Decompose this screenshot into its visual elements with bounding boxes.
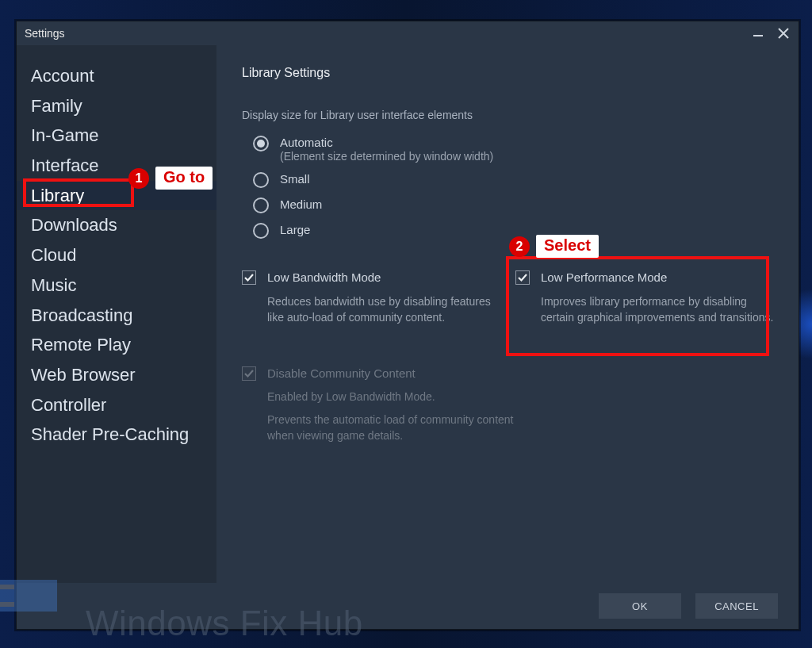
checkmark-icon — [517, 272, 528, 283]
radio-label: Small — [280, 172, 310, 186]
sidebar-item-in-game[interactable]: In-Game — [17, 121, 216, 151]
disable-community-desc: Prevents the automatic load of community… — [267, 412, 537, 443]
minimize-button[interactable] — [751, 26, 765, 40]
checkbox-icon — [515, 270, 530, 285]
sidebar-item-shader-pre-caching[interactable]: Shader Pre-Caching — [17, 420, 216, 450]
radio-label: Automatic — [280, 136, 333, 149]
panel-title: Library Settings — [242, 66, 783, 80]
sidebar-item-remote-play[interactable]: Remote Play — [17, 330, 216, 360]
display-size-label: Display size for Library user interface … — [242, 109, 783, 121]
close-icon — [778, 28, 789, 39]
ok-button[interactable]: OK — [599, 593, 681, 619]
sidebar-item-controller[interactable]: Controller — [17, 390, 216, 420]
sidebar-item-interface[interactable]: Interface — [17, 151, 216, 181]
dialog-footer: OK CANCEL — [17, 583, 799, 629]
radio-sublabel: (Element size determined by window width… — [280, 150, 493, 163]
settings-main-panel: Library Settings Display size for Librar… — [216, 45, 799, 583]
radio-icon — [253, 197, 269, 213]
settings-window: Settings Account Family In-Game Interfac… — [16, 21, 799, 630]
radio-large[interactable]: Large — [253, 223, 783, 239]
radio-label: Medium — [280, 197, 322, 211]
cancel-button[interactable]: CANCEL — [695, 593, 778, 619]
window-title: Settings — [25, 27, 65, 40]
titlebar-controls — [751, 26, 791, 40]
sidebar-item-broadcasting[interactable]: Broadcasting — [17, 301, 216, 331]
checkbox-label: Low Bandwidth Mode — [267, 270, 381, 284]
checkbox-icon — [242, 366, 256, 381]
sidebar-item-music[interactable]: Music — [17, 270, 216, 301]
radio-icon — [253, 136, 269, 151]
checkbox-low-performance[interactable]: Low Performance Mode — [515, 270, 783, 285]
sidebar-item-family[interactable]: Family — [17, 91, 216, 121]
radio-automatic[interactable]: Automatic (Element size determined by wi… — [253, 136, 783, 163]
radio-small[interactable]: Small — [253, 172, 783, 188]
checkbox-icon — [242, 270, 256, 285]
sidebar-item-downloads[interactable]: Downloads — [17, 210, 216, 240]
radio-label: Large — [280, 223, 310, 236]
checkbox-disable-community: Disable Community Content — [242, 366, 783, 381]
checkbox-label: Disable Community Content — [267, 366, 416, 380]
titlebar: Settings — [17, 21, 799, 45]
radio-medium[interactable]: Medium — [253, 197, 783, 213]
sidebar-item-account[interactable]: Account — [17, 61, 216, 91]
radio-icon — [253, 223, 269, 239]
low-bandwidth-desc: Reduces bandwidth use by disabling featu… — [267, 294, 505, 325]
checkbox-low-bandwidth[interactable]: Low Bandwidth Mode — [242, 270, 509, 285]
decorative-ribbon — [0, 578, 17, 613]
checkmark-icon — [243, 368, 255, 379]
sidebar-item-library[interactable]: Library — [17, 181, 216, 211]
radio-icon — [253, 172, 269, 188]
disable-community-note: Enabled by Low Bandwidth Mode. — [267, 390, 783, 403]
settings-sidebar: Account Family In-Game Interface Library… — [17, 45, 216, 583]
close-button[interactable] — [776, 26, 791, 40]
sidebar-item-web-browser[interactable]: Web Browser — [17, 360, 216, 390]
sidebar-item-cloud[interactable]: Cloud — [17, 240, 216, 270]
checkbox-label: Low Performance Mode — [541, 270, 667, 284]
checkmark-icon — [243, 272, 255, 283]
low-performance-desc: Improves library performance by disablin… — [541, 294, 779, 325]
